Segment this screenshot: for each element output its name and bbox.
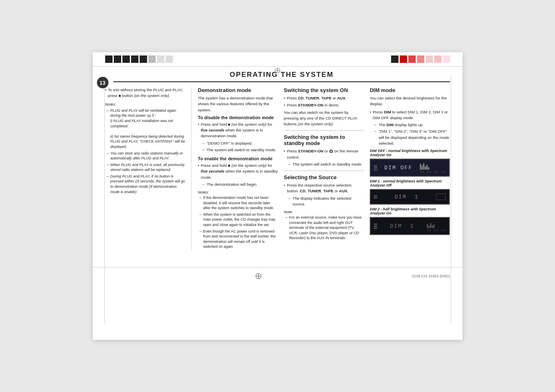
demo-note-2: – When the system is switched on from th… [198, 212, 278, 228]
standby-title: Switching the system to standby mode [284, 134, 364, 146]
dim-2-text: DIM 2 [390, 223, 414, 229]
page: ⊕ 13 OPERATING THE SYSTEM • To exit with… [93, 52, 463, 340]
right-margin [451, 75, 451, 323]
enable-step-1-text: Press and hold ■ (on the system only) fo… [201, 163, 278, 180]
content-grid: • To exit without storing the PLUG and P… [105, 87, 450, 251]
note-2: – You can store any radio stations manua… [105, 151, 187, 161]
dim-1-caption: DIM 1 - normal brightness with Spectrum … [370, 179, 450, 187]
standby-arrow-1: → The system will switch to standby mode… [284, 161, 364, 167]
dash1: – [107, 108, 109, 150]
notes-label: Notes: [105, 101, 187, 107]
bullet-dot: • [105, 87, 106, 99]
dim-right-ind: ≈≈ == == == [420, 161, 446, 174]
dash2: – [107, 151, 109, 161]
b2: • [198, 163, 199, 180]
crosshair-bottom: ⊕ [255, 271, 262, 281]
spectrum-bars [420, 161, 446, 170]
arrow2: → [201, 147, 205, 153]
dim1-right-ind [436, 194, 446, 200]
crosshair-top: ⊕ [274, 65, 281, 75]
page-number: 13 [97, 77, 108, 88]
note-1-text: PLUG and PLAY will be reinitiated again … [111, 108, 187, 150]
disable-arrow-1: → "DEMO OFF" is displayed. [198, 141, 278, 146]
right-columns: Demonstration mode The system has a demo… [198, 87, 450, 251]
left-column: • To exit without storing the PLUG and P… [105, 87, 191, 251]
disable-arrow-2-text: The system will switch to standby mode. [207, 147, 276, 153]
sq-r5 [426, 55, 433, 63]
dim-mode-title: DIM mode [370, 87, 450, 93]
top-bar-left-squares [105, 55, 173, 63]
sq-r1 [391, 55, 398, 63]
bottom-bar: ⊕ 3139 115 20353 (ENG) [93, 267, 463, 285]
enable-arrow-1-text: The demonstration will begin. [207, 182, 258, 187]
switching-column: Switching the system ON • Press CD, TUNE… [284, 87, 364, 251]
divider2 [284, 171, 364, 171]
sq-r7 [443, 55, 450, 63]
sq4 [131, 55, 138, 63]
sq3 [122, 55, 130, 63]
source-note-label: Note: [284, 210, 364, 214]
demo-mode-title: Demonstration mode [198, 87, 278, 93]
sq-r4 [417, 55, 424, 63]
dim2-right-ind: ≈≈ == == [427, 220, 446, 232]
note-3-text: When PLUG and PLAY is used, all previous… [111, 162, 187, 173]
dim-1-text: DIM 1 [394, 194, 419, 200]
demo-mode-intro: The system has a demonstration mode that… [198, 95, 278, 113]
enable-step-1: • Press and hold ■ (on the system only) … [198, 163, 278, 180]
enable-arrow-1: → The demonstration will begin. [198, 182, 278, 187]
switching-on-step-2: • Press STANDBY-ON in demo. [284, 102, 364, 108]
source-step-1: • Press the respective source selection … [284, 182, 364, 194]
dim-2-caption: DIM 2 - half brightness with Spectrum An… [370, 207, 450, 215]
sq2 [114, 55, 121, 63]
source-note-1: – For an external source, make sure you … [284, 215, 364, 241]
note-1: – PLUG and PLAY will be reinitiated agai… [105, 108, 187, 150]
demo-mode-column: Demonstration mode The system has a demo… [198, 87, 278, 251]
sq-r6 [434, 55, 442, 63]
top-bar: ⊕ [93, 52, 463, 67]
spectrum-bars-2 [427, 220, 446, 228]
dim-off-display: DIM OFF ≈≈ == == == [370, 159, 450, 177]
enable-title: To enable the demonstration mode [198, 156, 278, 161]
dim-mode-column: DIM mode You can select the desired brig… [370, 87, 450, 251]
note-2-text: You can store any radio stations manuall… [111, 151, 187, 161]
disable-arrow-2: → The system will switch to standby mode… [198, 147, 278, 153]
sq8 [166, 55, 173, 63]
note-4: – During PLUG and PLAY, if no button is … [105, 174, 187, 194]
note-4-text: During PLUG and PLAY, if no button is pr… [111, 174, 187, 194]
sq6 [148, 55, 156, 63]
source-title: Selecting the Source [284, 174, 364, 180]
disable-title: To disable the demonstration mode [198, 115, 278, 120]
page-title: OPERATING THE SYSTEM [113, 71, 450, 82]
dim1-left-ind [374, 195, 377, 198]
dim-off-caption: DIM OFF - normal brightness with Spectru… [370, 149, 450, 157]
arrow3: → [201, 182, 205, 187]
arrow1: → [201, 141, 205, 146]
dash3: – [107, 162, 109, 173]
sq5 [140, 55, 147, 63]
dim-arrow-2: → "DIM 1", "DIM 2", "DIM 3" or "DIM OFF"… [370, 129, 450, 146]
exit-plug-item: • To exit without storing the PLUG and P… [105, 87, 187, 99]
standby-step-1: • Press STANDBY-ON or ⏻ on the remote co… [284, 148, 364, 160]
dim-mode-intro: You can select the desired brightness fo… [370, 95, 450, 107]
dim-2-display: DIM 2 ≈≈ == == [370, 217, 450, 235]
dash4: – [107, 174, 109, 194]
dim-off-text: DIM OFF [385, 165, 413, 171]
sq1 [105, 55, 113, 63]
disable-arrow-1-text: "DEMO OFF" is displayed. [207, 141, 253, 146]
sq7 [157, 55, 164, 63]
dim-step-1: • Press DIM to select DIM 1, DIM 2, DIM … [370, 109, 450, 121]
top-bar-right-squares [391, 55, 450, 63]
dim-1-display: DIM 1 [370, 189, 450, 205]
disable-step-1-text: Press and hold ■ (on the system only) fo… [201, 122, 278, 139]
demo-note-1: – If the demonstration mode has not been… [198, 195, 278, 211]
disable-step-1: • Press and hold ■ (on the system only) … [198, 122, 278, 139]
left-margin [104, 75, 105, 323]
b1: • [198, 122, 199, 139]
switching-on-step-1: • Press CD, TUNER, TAPE or AUX. [284, 95, 364, 101]
demo-notes-label: Notes: [198, 190, 278, 194]
switching-on-title: Switching the system ON [284, 87, 364, 93]
main-content: OPERATING THE SYSTEM • To exit without s… [93, 67, 463, 259]
divider1 [284, 130, 364, 131]
demo-note-3: – Even though the AC power cord is remov… [198, 229, 278, 249]
note-3: – When PLUG and PLAY is used, all previo… [105, 162, 187, 173]
